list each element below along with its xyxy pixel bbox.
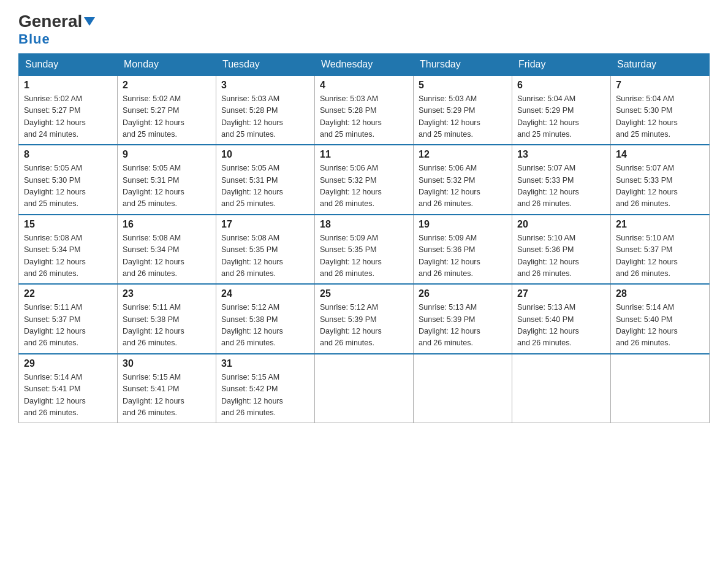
day-cell-16: 16 Sunrise: 5:08 AMSunset: 5:34 PMDaylig…	[118, 215, 216, 285]
week-row-5: 29 Sunrise: 5:14 AMSunset: 5:41 PMDaylig…	[19, 354, 710, 423]
day-number: 31	[221, 358, 309, 369]
day-number: 19	[419, 219, 507, 230]
day-number: 30	[123, 358, 211, 369]
day-number: 29	[24, 358, 112, 369]
day-info: Sunrise: 5:08 AMSunset: 5:34 PMDaylight:…	[123, 232, 211, 280]
day-number: 12	[419, 149, 507, 160]
week-row-2: 8 Sunrise: 5:05 AMSunset: 5:30 PMDayligh…	[19, 145, 710, 215]
col-header-wednesday: Wednesday	[315, 53, 414, 75]
day-number: 14	[616, 149, 704, 160]
day-info: Sunrise: 5:15 AMSunset: 5:41 PMDaylight:…	[123, 372, 211, 419]
day-info: Sunrise: 5:11 AMSunset: 5:37 PMDaylight:…	[24, 302, 112, 350]
day-cell-4: 4 Sunrise: 5:03 AMSunset: 5:28 PMDayligh…	[315, 75, 414, 145]
day-info: Sunrise: 5:03 AMSunset: 5:28 PMDaylight:…	[320, 93, 408, 141]
day-info: Sunrise: 5:14 AMSunset: 5:41 PMDaylight:…	[24, 372, 112, 419]
day-cell-24: 24 Sunrise: 5:12 AMSunset: 5:38 PMDaylig…	[216, 284, 315, 354]
day-info: Sunrise: 5:12 AMSunset: 5:39 PMDaylight:…	[320, 302, 408, 350]
day-info: Sunrise: 5:06 AMSunset: 5:32 PMDaylight:…	[419, 163, 507, 210]
calendar-table: SundayMondayTuesdayWednesdayThursdayFrid…	[18, 53, 710, 424]
day-info: Sunrise: 5:11 AMSunset: 5:38 PMDaylight:…	[123, 302, 211, 350]
day-info: Sunrise: 5:07 AMSunset: 5:33 PMDaylight:…	[616, 163, 704, 210]
day-cell-20: 20 Sunrise: 5:10 AMSunset: 5:36 PMDaylig…	[512, 215, 611, 285]
day-cell-14: 14 Sunrise: 5:07 AMSunset: 5:33 PMDaylig…	[611, 145, 710, 215]
day-number: 4	[320, 80, 408, 91]
day-cell-30: 30 Sunrise: 5:15 AMSunset: 5:41 PMDaylig…	[118, 354, 216, 423]
day-info: Sunrise: 5:13 AMSunset: 5:40 PMDaylight:…	[517, 302, 605, 350]
day-info: Sunrise: 5:03 AMSunset: 5:29 PMDaylight:…	[419, 93, 507, 141]
day-number: 24	[221, 288, 309, 299]
day-number: 9	[123, 149, 211, 160]
day-info: Sunrise: 5:13 AMSunset: 5:39 PMDaylight:…	[419, 302, 507, 350]
day-cell-23: 23 Sunrise: 5:11 AMSunset: 5:38 PMDaylig…	[118, 284, 216, 354]
day-info: Sunrise: 5:04 AMSunset: 5:30 PMDaylight:…	[616, 93, 704, 141]
day-cell-2: 2 Sunrise: 5:02 AMSunset: 5:27 PMDayligh…	[118, 75, 216, 145]
col-header-friday: Friday	[512, 53, 611, 75]
day-cell-3: 3 Sunrise: 5:03 AMSunset: 5:28 PMDayligh…	[216, 75, 315, 145]
col-header-tuesday: Tuesday	[216, 53, 315, 75]
col-header-thursday: Thursday	[414, 53, 512, 75]
day-cell-11: 11 Sunrise: 5:06 AMSunset: 5:32 PMDaylig…	[315, 145, 414, 215]
day-info: Sunrise: 5:14 AMSunset: 5:40 PMDaylight:…	[616, 302, 704, 350]
logo: General Blue	[18, 12, 95, 47]
day-number: 8	[24, 149, 112, 160]
day-number: 7	[616, 80, 704, 91]
day-number: 16	[123, 219, 211, 230]
logo-line2: Blue	[18, 31, 50, 47]
col-header-sunday: Sunday	[19, 53, 118, 75]
day-info: Sunrise: 5:08 AMSunset: 5:34 PMDaylight:…	[24, 232, 112, 280]
day-cell-22: 22 Sunrise: 5:11 AMSunset: 5:37 PMDaylig…	[19, 284, 118, 354]
week-row-3: 15 Sunrise: 5:08 AMSunset: 5:34 PMDaylig…	[19, 215, 710, 285]
day-number: 21	[616, 219, 704, 230]
day-info: Sunrise: 5:07 AMSunset: 5:33 PMDaylight:…	[517, 163, 605, 210]
header-row: SundayMondayTuesdayWednesdayThursdayFrid…	[19, 53, 710, 75]
day-number: 20	[517, 219, 605, 230]
week-row-4: 22 Sunrise: 5:11 AMSunset: 5:37 PMDaylig…	[19, 284, 710, 354]
week-row-1: 1 Sunrise: 5:02 AMSunset: 5:27 PMDayligh…	[19, 75, 710, 145]
day-number: 25	[320, 288, 408, 299]
empty-cell	[414, 354, 512, 423]
day-info: Sunrise: 5:09 AMSunset: 5:35 PMDaylight:…	[320, 232, 408, 280]
day-cell-9: 9 Sunrise: 5:05 AMSunset: 5:31 PMDayligh…	[118, 145, 216, 215]
day-number: 5	[419, 80, 507, 91]
day-info: Sunrise: 5:10 AMSunset: 5:36 PMDaylight:…	[517, 232, 605, 280]
day-number: 6	[517, 80, 605, 91]
day-number: 10	[221, 149, 309, 160]
day-info: Sunrise: 5:10 AMSunset: 5:37 PMDaylight:…	[616, 232, 704, 280]
day-info: Sunrise: 5:05 AMSunset: 5:30 PMDaylight:…	[24, 163, 112, 210]
day-info: Sunrise: 5:05 AMSunset: 5:31 PMDaylight:…	[123, 163, 211, 210]
day-cell-26: 26 Sunrise: 5:13 AMSunset: 5:39 PMDaylig…	[414, 284, 512, 354]
day-cell-19: 19 Sunrise: 5:09 AMSunset: 5:36 PMDaylig…	[414, 215, 512, 285]
day-number: 13	[517, 149, 605, 160]
day-cell-28: 28 Sunrise: 5:14 AMSunset: 5:40 PMDaylig…	[611, 284, 710, 354]
day-info: Sunrise: 5:03 AMSunset: 5:28 PMDaylight:…	[221, 93, 309, 141]
day-number: 22	[24, 288, 112, 299]
day-number: 17	[221, 219, 309, 230]
day-info: Sunrise: 5:02 AMSunset: 5:27 PMDaylight:…	[123, 93, 211, 141]
empty-cell	[315, 354, 414, 423]
day-cell-1: 1 Sunrise: 5:02 AMSunset: 5:27 PMDayligh…	[19, 75, 118, 145]
day-info: Sunrise: 5:15 AMSunset: 5:42 PMDaylight:…	[221, 372, 309, 419]
day-cell-18: 18 Sunrise: 5:09 AMSunset: 5:35 PMDaylig…	[315, 215, 414, 285]
day-cell-29: 29 Sunrise: 5:14 AMSunset: 5:41 PMDaylig…	[19, 354, 118, 423]
day-cell-17: 17 Sunrise: 5:08 AMSunset: 5:35 PMDaylig…	[216, 215, 315, 285]
day-cell-13: 13 Sunrise: 5:07 AMSunset: 5:33 PMDaylig…	[512, 145, 611, 215]
col-header-saturday: Saturday	[611, 53, 710, 75]
day-cell-10: 10 Sunrise: 5:05 AMSunset: 5:31 PMDaylig…	[216, 145, 315, 215]
day-info: Sunrise: 5:02 AMSunset: 5:27 PMDaylight:…	[24, 93, 112, 141]
day-info: Sunrise: 5:12 AMSunset: 5:38 PMDaylight:…	[221, 302, 309, 350]
day-cell-15: 15 Sunrise: 5:08 AMSunset: 5:34 PMDaylig…	[19, 215, 118, 285]
day-cell-12: 12 Sunrise: 5:06 AMSunset: 5:32 PMDaylig…	[414, 145, 512, 215]
day-number: 26	[419, 288, 507, 299]
day-number: 27	[517, 288, 605, 299]
empty-cell	[512, 354, 611, 423]
day-cell-6: 6 Sunrise: 5:04 AMSunset: 5:29 PMDayligh…	[512, 75, 611, 145]
day-cell-7: 7 Sunrise: 5:04 AMSunset: 5:30 PMDayligh…	[611, 75, 710, 145]
day-cell-5: 5 Sunrise: 5:03 AMSunset: 5:29 PMDayligh…	[414, 75, 512, 145]
day-number: 15	[24, 219, 112, 230]
day-cell-25: 25 Sunrise: 5:12 AMSunset: 5:39 PMDaylig…	[315, 284, 414, 354]
day-cell-31: 31 Sunrise: 5:15 AMSunset: 5:42 PMDaylig…	[216, 354, 315, 423]
day-info: Sunrise: 5:05 AMSunset: 5:31 PMDaylight:…	[221, 163, 309, 210]
day-cell-21: 21 Sunrise: 5:10 AMSunset: 5:37 PMDaylig…	[611, 215, 710, 285]
day-number: 11	[320, 149, 408, 160]
day-number: 28	[616, 288, 704, 299]
